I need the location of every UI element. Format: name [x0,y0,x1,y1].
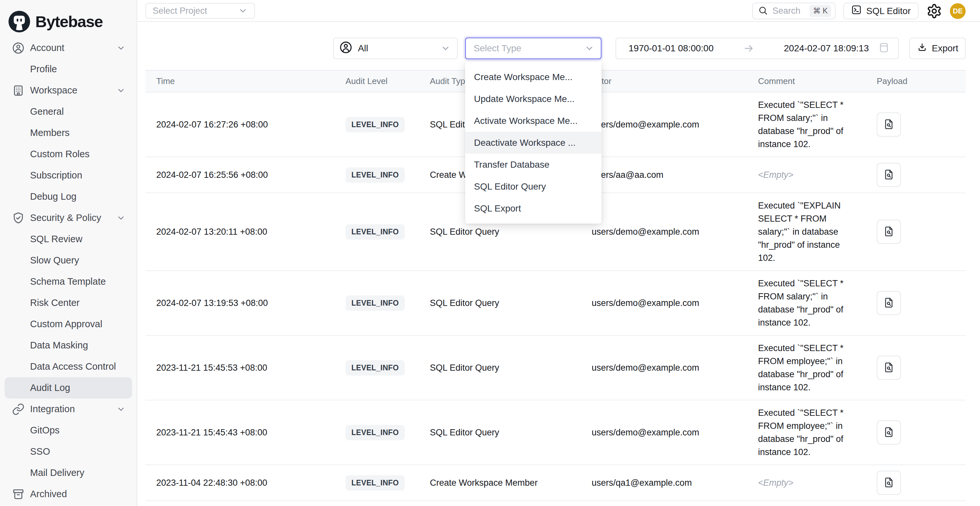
sidebar-item-label: Mail Delivery [0,468,84,478]
sidebar-item-slow-query[interactable]: Slow Query [0,250,137,271]
sidebar-item-custom-roles[interactable]: Custom Roles [0,143,137,165]
table-row: 2023-11-21 15:45:43 +08:00LEVEL_INFOSQL … [145,400,966,465]
actor-filter-select[interactable]: All [333,38,458,59]
sidebar-item-integration[interactable]: Integration [0,398,137,420]
payload-view-button[interactable] [877,420,901,444]
search-input[interactable]: Search ⌘ K [752,3,835,19]
type-dropdown-option[interactable]: SQL Export [465,197,601,220]
integration-icon [12,403,25,416]
type-dropdown-option[interactable]: SQL Editor Query [465,175,601,197]
sidebar-item-security-policy[interactable]: Security & Policy [0,207,137,229]
comment-text: Executed `"SELECT * FROM employee;"` in … [758,336,858,400]
cell-comment: Executed `"SELECT * FROM salary;"` in da… [758,92,877,157]
bytebase-logo-icon [8,11,30,32]
sidebar-item-gitops[interactable]: GitOps [0,420,137,441]
sidebar-item-label: Custom Approval [0,319,102,329]
sidebar-item-custom-approval[interactable]: Custom Approval [0,313,137,335]
sidebar-item-label: Integration [0,404,75,414]
sidebar-item-label: Debug Log [0,191,76,202]
sidebar-item-label: Data Access Control [0,361,116,372]
cell-comment: Executed `"SELECT * FROM employee;"` in … [758,400,877,465]
comment-empty: <Empty> [758,470,858,495]
sidebar-item-account[interactable]: Account [0,37,137,59]
sql-editor-button[interactable]: SQL Editor [843,3,918,19]
type-dropdown-option[interactable]: Update Workspace Me... [465,88,601,110]
chevron-down-icon [116,405,126,414]
avatar[interactable]: DE [950,3,966,19]
column-header-actor: Actor [592,76,758,86]
user-circle-icon [339,41,353,57]
sidebar-item-debug-log[interactable]: Debug Log [0,186,137,207]
gear-icon[interactable] [926,3,942,19]
cell-actor: users/demo@example.com [592,428,758,438]
type-dropdown-option[interactable]: Deactivate Workspace ... [465,132,601,154]
cell-time: 2023-11-21 15:45:53 +08:00 [156,363,345,373]
sidebar-item-sso[interactable]: SSO [0,441,137,462]
payload-view-button[interactable] [877,163,901,187]
sidebar-item-mail-delivery[interactable]: Mail Delivery [0,462,137,484]
topbar: Select Project Search ⌘ K SQ [137,0,980,22]
payload-view-button[interactable] [877,356,901,380]
sidebar-item-data-access-control[interactable]: Data Access Control [0,356,137,377]
date-range-picker[interactable]: 1970-01-01 08:00:00 2024-02-07 18:09:13 [616,38,899,59]
sidebar-item-label: Data Masking [0,340,88,351]
sidebar-item-risk-center[interactable]: Risk Center [0,292,137,313]
sidebar-item-workspace[interactable]: Workspace [0,80,137,101]
audit-level-badge: LEVEL_INFO [345,224,405,240]
cell-actor: users/qa1@example.com [592,478,758,488]
topbar-right: Search ⌘ K SQL Editor DE [752,3,966,19]
project-select[interactable]: Select Project [145,3,255,19]
type-dropdown-option[interactable]: Create Workspace Me... [465,66,601,88]
payload-view-button[interactable] [877,113,901,137]
cell-comment: Executed `"SELECT * FROM employee;"` in … [758,336,877,400]
account-icon [12,41,25,54]
sidebar-item-members[interactable]: Members [0,122,137,143]
file-search-icon [883,361,895,374]
cell-payload [877,113,966,137]
file-search-icon [883,226,895,238]
comment-text: Executed `"SELECT * FROM salary;"` in da… [758,92,858,157]
chevron-down-icon [116,86,126,95]
sidebar-item-profile[interactable]: Profile [0,59,137,80]
column-header-payload: Payload [877,76,966,86]
type-dropdown-option[interactable]: Transfer Database [465,154,601,175]
payload-view-button[interactable] [877,291,901,315]
cell-audit-level: LEVEL_INFO [345,425,430,440]
comment-text: Executed `"SELECT * FROM department;"` i… [758,501,858,506]
sidebar-item-sql-review[interactable]: SQL Review [0,229,137,250]
cell-audit-type: Create Workspace Member [430,478,592,488]
export-button[interactable]: Export [909,38,966,59]
sidebar-item-audit-log[interactable]: Audit Log [5,377,132,398]
type-filter-select[interactable]: Select Type [465,38,601,59]
cell-audit-level: LEVEL_INFO [345,167,430,183]
bytebase-app: Bytebase AccountProfileWorkspaceGeneralM… [0,0,980,506]
chevron-down-icon [441,43,450,53]
archived-icon [12,488,25,501]
payload-view-button[interactable] [877,220,901,244]
sidebar-item-archived[interactable]: Archived [0,484,137,505]
cell-audit-type: SQL Editor Query [430,363,592,373]
workspace-icon [12,84,25,97]
sidebar-item-subscription[interactable]: Subscription [0,165,137,186]
file-search-icon [883,297,895,310]
cell-actor: users/demo@example.com [592,119,758,130]
download-icon [917,42,928,55]
file-search-icon [883,169,895,181]
sidebar-item-schema-template[interactable]: Schema Template [0,271,137,292]
cell-payload [877,220,966,244]
cell-time: 2023-11-21 15:45:43 +08:00 [156,428,345,438]
brand-name: Bytebase [35,13,103,31]
cell-payload [877,420,966,444]
search-placeholder: Search [772,6,805,16]
brand-logo[interactable]: Bytebase [0,0,137,36]
audit-level-badge: LEVEL_INFO [345,475,405,491]
comment-text: Executed `"EXPLAIN SELECT * FROM salary;… [758,193,858,271]
cell-comment: Executed `"SELECT * FROM department;"` i… [758,501,877,506]
search-icon [758,6,768,17]
type-dropdown-option[interactable]: Activate Workspace Me... [465,110,601,132]
cell-payload [877,163,966,187]
sidebar-item-data-masking[interactable]: Data Masking [0,335,137,356]
sidebar-item-general[interactable]: General [0,101,137,122]
payload-view-button[interactable] [877,471,901,495]
sidebar-item-label: Custom Roles [0,149,89,159]
